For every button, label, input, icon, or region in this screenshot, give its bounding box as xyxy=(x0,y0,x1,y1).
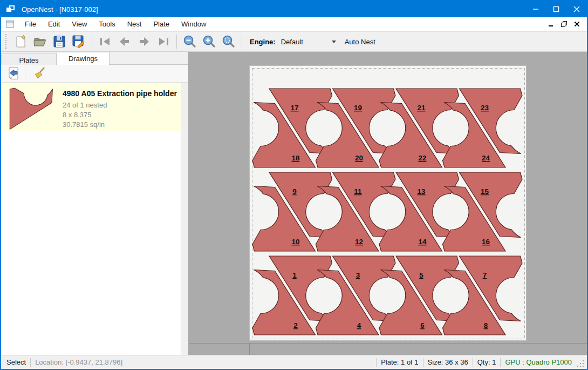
new-document-icon xyxy=(13,35,28,49)
canvas-scrollbar-edge xyxy=(189,343,587,344)
new-button[interactable] xyxy=(11,32,30,51)
toolbar-grip[interactable] xyxy=(5,34,9,49)
import-drawing-button[interactable] xyxy=(4,65,23,82)
nest-part-label: 14 xyxy=(418,238,427,246)
nest-part-label: 4 xyxy=(357,321,361,329)
menu-window[interactable]: Window xyxy=(175,18,212,30)
minimize-icon xyxy=(532,6,539,12)
drawings-toolbar xyxy=(1,65,188,83)
save-as-icon xyxy=(72,35,86,49)
clear-drawings-button[interactable] xyxy=(31,65,49,82)
last-arrow-icon xyxy=(156,35,170,49)
zoom-in-icon xyxy=(202,35,216,49)
panel-tabs: Plates Drawings xyxy=(1,52,188,65)
content-area: Plates Drawings xyxy=(1,52,587,355)
panel-scrollbar[interactable] xyxy=(181,83,188,355)
save-button[interactable] xyxy=(50,32,69,51)
maximize-icon xyxy=(553,6,559,12)
last-plate-button[interactable] xyxy=(154,32,173,51)
menu-tools[interactable]: Tools xyxy=(93,18,121,30)
chevron-down-icon xyxy=(332,41,336,43)
document-icon[interactable] xyxy=(6,21,14,28)
title-bar: OpenNest - [N0317-002] xyxy=(1,1,587,17)
zoom-out-button[interactable] xyxy=(180,32,200,51)
open-button[interactable] xyxy=(30,32,50,51)
canvas-scrollbar-thumb-edge xyxy=(249,343,250,355)
next-plate-button[interactable] xyxy=(134,32,154,51)
part-title: 4980 A05 Extraction pipe holder xyxy=(63,89,177,98)
zoom-extents-button[interactable] xyxy=(219,32,238,51)
part-size: 8 x 8.375 xyxy=(63,110,177,120)
previous-plate-button[interactable] xyxy=(115,32,134,51)
zoom-extents-icon xyxy=(222,35,236,49)
menu-file[interactable]: File xyxy=(19,18,42,30)
close-icon xyxy=(573,6,580,12)
first-plate-button[interactable] xyxy=(95,32,115,51)
nest-part-label: 23 xyxy=(481,104,489,112)
menu-plate[interactable]: Plate xyxy=(147,18,175,30)
status-bar: Select Location: [-0.9437, 21.8796] Plat… xyxy=(1,355,587,369)
menu-nest[interactable]: Nest xyxy=(121,18,148,30)
nest-drawing: 171819202122232491011121314151612345678 xyxy=(250,66,527,341)
engine-select[interactable]: Default xyxy=(279,35,339,48)
part-thumbnail xyxy=(6,87,56,130)
nest-part-label: 15 xyxy=(481,187,489,196)
nest-canvas[interactable]: 171819202122232491011121314151612345678 xyxy=(189,52,587,355)
nest-part-label: 11 xyxy=(354,187,362,196)
next-arrow-icon xyxy=(137,35,151,49)
nest-part-label: 24 xyxy=(482,154,490,162)
mdi-close-icon xyxy=(575,22,580,27)
auto-nest-button[interactable]: Auto Nest xyxy=(339,35,381,49)
nest-part-label: 3 xyxy=(356,271,360,279)
left-panel: Plates Drawings xyxy=(1,52,189,355)
mdi-minimize-button[interactable] xyxy=(545,18,558,30)
maximize-button[interactable] xyxy=(546,1,566,17)
list-item[interactable]: 4980 A05 Extraction pipe holder 24 of 1 … xyxy=(1,83,188,131)
status-separator xyxy=(30,358,31,367)
tab-drawings[interactable]: Drawings xyxy=(57,52,110,65)
part-nested-count: 24 of 1 nested xyxy=(63,100,177,110)
zoom-in-button[interactable] xyxy=(200,32,219,51)
engine-label: Engine: xyxy=(250,38,276,46)
mdi-restore-icon xyxy=(561,21,568,28)
status-size: Size: 36 x 36 xyxy=(428,358,468,366)
menu-edit[interactable]: Edit xyxy=(42,18,66,30)
nest-part-label: 12 xyxy=(355,238,363,246)
nest-part-label: 6 xyxy=(420,321,425,329)
nest-part-label: 9 xyxy=(292,187,297,196)
status-separator xyxy=(473,358,473,367)
mdi-restore-button[interactable] xyxy=(558,18,571,30)
save-icon xyxy=(52,35,66,49)
open-folder-icon xyxy=(33,35,47,49)
status-separator xyxy=(423,358,423,367)
part-area: 30.7815 sq/in xyxy=(63,120,177,130)
close-button[interactable] xyxy=(566,1,587,17)
status-separator xyxy=(500,358,501,367)
panel-toolbar-separator xyxy=(25,67,25,80)
nest-part-label: 21 xyxy=(417,104,426,112)
tab-plates[interactable]: Plates xyxy=(1,53,57,65)
status-location: Location: [-0.9437, 21.8796] xyxy=(35,358,122,366)
nest-part-label: 20 xyxy=(355,154,363,162)
menu-bar: File Edit View Tools Nest Plate Window xyxy=(1,17,587,31)
status-plate: Plate: 1 of 1 xyxy=(381,358,418,366)
engine-value: Default xyxy=(281,38,332,46)
status-qty: Qty: 1 xyxy=(477,358,496,366)
nest-part-label: 13 xyxy=(417,187,426,196)
previous-arrow-icon xyxy=(118,35,132,49)
nest-part-label: 17 xyxy=(290,104,298,112)
toolbar-separator xyxy=(92,35,92,49)
status-separator xyxy=(376,358,377,367)
nest-part-label: 18 xyxy=(291,154,300,162)
menu-view[interactable]: View xyxy=(66,18,93,30)
nest-part-label: 8 xyxy=(484,321,488,329)
nest-part-label: 1 xyxy=(292,271,297,279)
nest-part-label: 16 xyxy=(482,238,490,246)
nest-part-label: 7 xyxy=(483,271,487,279)
mdi-close-button[interactable] xyxy=(571,18,584,30)
save-as-button[interactable] xyxy=(69,32,88,51)
nest-part-label: 10 xyxy=(291,238,299,246)
resize-grip[interactable] xyxy=(577,360,585,368)
plate: 171819202122232491011121314151612345678 xyxy=(249,65,527,341)
minimize-button[interactable] xyxy=(525,1,546,17)
